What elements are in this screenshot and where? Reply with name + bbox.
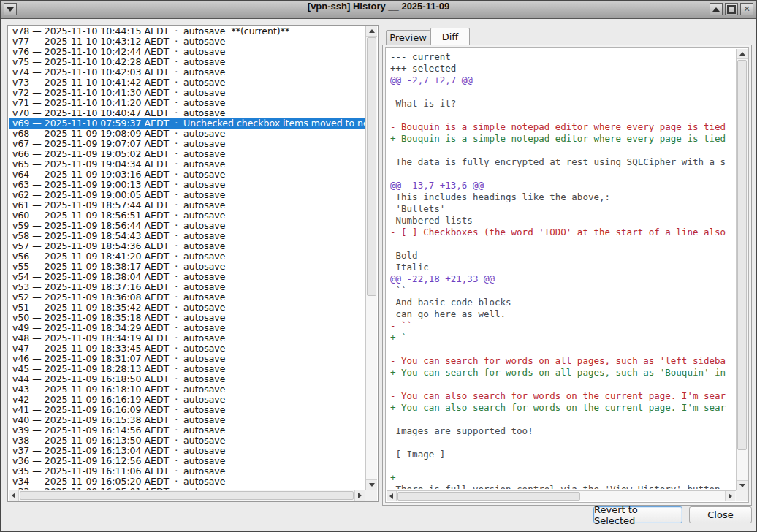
list-item[interactable]: v40 — 2025-11-09 16:15:38 AEDT · autosav… <box>9 415 365 425</box>
list-item[interactable]: v72 — 2025-11-10 10:41:30 AEDT · autosav… <box>9 88 365 98</box>
maximize-icon <box>727 5 736 14</box>
list-item[interactable]: v38 — 2025-11-09 16:13:50 AEDT · autosav… <box>9 436 365 446</box>
arrow-left-icon <box>389 493 393 499</box>
list-item[interactable]: v73 — 2025-11-10 10:41:42 AEDT · autosav… <box>9 77 365 88</box>
list-hscroll-thumb[interactable] <box>20 491 354 500</box>
list-scroll-right-button[interactable] <box>354 490 365 501</box>
diff-line: can go here as well. <box>390 308 734 320</box>
history-dialog-window: [vpn-ssh] History __ 2025-11-09 ✕ v78 — … <box>0 0 757 532</box>
diff-scroll-up-button[interactable] <box>737 49 748 59</box>
tab-diff[interactable]: Diff <box>430 28 470 45</box>
close-window-button[interactable]: ✕ <box>740 3 753 15</box>
list-item[interactable]: v36 — 2025-11-09 16:12:56 AEDT · autosav… <box>9 456 365 466</box>
close-button[interactable]: Close <box>689 506 752 523</box>
titlebar[interactable]: [vpn-ssh] History __ 2025-11-09 ✕ <box>1 1 756 19</box>
list-item[interactable]: v35 — 2025-11-09 16:11:06 AEDT · autosav… <box>9 466 365 476</box>
list-item[interactable]: v56 — 2025-11-09 18:41:20 AEDT · autosav… <box>9 251 365 262</box>
list-item[interactable]: v54 — 2025-11-09 18:38:04 AEDT · autosav… <box>9 272 365 282</box>
list-item[interactable]: v39 — 2025-11-09 16:14:56 AEDT · autosav… <box>9 425 365 436</box>
list-item[interactable]: v34 — 2025-11-09 16:05:20 AEDT · autosav… <box>9 476 365 487</box>
history-list-rows: v78 — 2025-11-10 10:44:15 AEDT · autosav… <box>9 26 365 490</box>
list-item[interactable]: v71 — 2025-11-10 10:41:20 AEDT · autosav… <box>9 98 365 108</box>
diff-line <box>390 110 734 121</box>
list-item[interactable]: v60 — 2025-11-09 18:56:51 AEDT · autosav… <box>9 210 365 221</box>
list-item[interactable]: v47 — 2025-11-09 18:33:45 AEDT · autosav… <box>9 343 365 354</box>
diff-scroll-down-button[interactable] <box>737 480 748 490</box>
diff-line: + You can also search for words on the c… <box>390 402 734 414</box>
list-scroll-up-button[interactable] <box>366 26 377 37</box>
arrow-right-icon <box>358 493 362 498</box>
list-item[interactable]: v42 — 2025-11-09 16:16:19 AEDT · autosav… <box>9 395 365 405</box>
maximize-button[interactable] <box>725 3 738 15</box>
list-item[interactable]: v69 — 2025-11-10 07:59:37 AEDT · Uncheck… <box>9 118 365 129</box>
diff-scroll-left-button[interactable] <box>387 491 397 501</box>
list-item[interactable]: v64 — 2025-11-09 19:03:16 AEDT · autosav… <box>9 170 365 180</box>
list-item[interactable]: v55 — 2025-11-09 18:38:17 AEDT · autosav… <box>9 262 365 272</box>
diff-line: --- current <box>390 51 734 63</box>
diff-line: What is it? <box>390 98 734 110</box>
list-vertical-scrollbar[interactable] <box>365 26 377 490</box>
diff-hscroll-thumb[interactable] <box>397 492 580 501</box>
arrow-down-icon <box>739 484 745 487</box>
list-item[interactable]: v70 — 2025-11-10 10:40:47 AEDT · autosav… <box>9 108 365 118</box>
revert-to-selected-button[interactable]: Revert to Selected <box>593 506 682 523</box>
tab-preview[interactable]: Preview <box>386 30 430 45</box>
list-item[interactable]: v51 — 2025-11-09 18:35:42 AEDT · autosav… <box>9 303 365 313</box>
diff-line: + Bouquin is a simple notepad editor whe… <box>390 133 734 145</box>
diff-line: - Bouquin is a simple notepad editor whe… <box>390 121 734 133</box>
list-item[interactable]: v59 — 2025-11-09 18:56:44 AEDT · autosav… <box>9 221 365 231</box>
diff-horizontal-scrollbar[interactable] <box>387 490 748 501</box>
list-item[interactable]: v37 — 2025-11-09 16:13:04 AEDT · autosav… <box>9 446 365 456</box>
list-item[interactable]: v76 — 2025-11-10 10:42:44 AEDT · autosav… <box>9 47 365 57</box>
close-button-label: Close <box>707 509 733 520</box>
list-scroll-down-button[interactable] <box>366 479 377 490</box>
diff-line: Bold <box>390 250 734 262</box>
list-item[interactable]: v52 — 2025-11-09 18:36:08 AEDT · autosav… <box>9 292 365 303</box>
diff-vscroll-thumb[interactable] <box>737 60 747 450</box>
diff-line: - You can also search for words on the c… <box>390 390 734 402</box>
list-item[interactable]: v75 — 2025-11-10 10:42:28 AEDT · autosav… <box>9 57 365 67</box>
list-item[interactable]: v58 — 2025-11-09 18:54:43 AEDT · autosav… <box>9 231 365 241</box>
diff-line <box>390 86 734 98</box>
window-title: [vpn-ssh] History __ 2025-11-09 <box>1 1 756 18</box>
list-item[interactable]: v44 — 2025-11-09 16:18:50 AEDT · autosav… <box>9 374 365 384</box>
scrollbar-corner <box>365 490 377 501</box>
list-item[interactable]: v78 — 2025-11-10 10:44:15 AEDT · autosav… <box>9 26 365 37</box>
list-item[interactable]: v41 — 2025-11-09 16:16:09 AEDT · autosav… <box>9 405 365 415</box>
diff-line: Italic <box>390 262 734 273</box>
list-item[interactable]: v66 — 2025-11-09 19:05:02 AEDT · autosav… <box>9 149 365 159</box>
arrow-left-icon <box>12 493 15 498</box>
list-item[interactable]: v74 — 2025-11-10 10:42:03 AEDT · autosav… <box>9 67 365 77</box>
list-item[interactable]: v65 — 2025-11-09 19:04:34 AEDT · autosav… <box>9 159 365 170</box>
diff-line: + ` <box>390 332 734 343</box>
list-item[interactable]: v50 — 2025-11-09 18:35:18 AEDT · autosav… <box>9 313 365 323</box>
list-item[interactable]: v67 — 2025-11-09 19:07:07 AEDT · autosav… <box>9 139 365 149</box>
list-item[interactable]: v49 — 2025-11-09 18:34:29 AEDT · autosav… <box>9 323 365 333</box>
list-item[interactable]: v62 — 2025-11-09 19:00:05 AEDT · autosav… <box>9 190 365 200</box>
diff-line: - [ ] Checkboxes (the word 'TODO' at the… <box>390 227 734 238</box>
diff-line <box>390 145 734 156</box>
shade-icon <box>712 7 720 12</box>
list-item[interactable]: v63 — 2025-11-09 19:00:13 AEDT · autosav… <box>9 180 365 190</box>
list-item[interactable]: v77 — 2025-11-10 10:43:12 AEDT · autosav… <box>9 37 365 47</box>
list-item[interactable]: v57 — 2025-11-09 18:54:36 AEDT · autosav… <box>9 241 365 251</box>
list-item[interactable]: v61 — 2025-11-09 18:57:44 AEDT · autosav… <box>9 200 365 210</box>
list-item[interactable]: v43 — 2025-11-09 16:18:10 AEDT · autosav… <box>9 384 365 395</box>
shade-button[interactable] <box>710 3 723 15</box>
diff-line <box>390 460 734 472</box>
diff-scroll-right-button[interactable] <box>725 491 735 501</box>
list-item[interactable]: v46 — 2025-11-09 18:31:07 AEDT · autosav… <box>9 354 365 364</box>
list-item[interactable]: v48 — 2025-11-09 18:34:19 AEDT · autosav… <box>9 333 365 343</box>
list-item[interactable]: v53 — 2025-11-09 18:37:16 AEDT · autosav… <box>9 282 365 292</box>
revert-button-label: Revert to Selected <box>594 504 682 526</box>
list-vscroll-thumb[interactable] <box>367 37 376 296</box>
list-item[interactable]: v45 — 2025-11-09 18:28:13 AEDT · autosav… <box>9 364 365 374</box>
diff-vertical-scrollbar[interactable] <box>736 49 748 490</box>
diff-line: @@ -22,18 +21,33 @@ <box>390 273 734 285</box>
diff-line: `` <box>390 285 734 297</box>
list-scroll-left-button[interactable] <box>9 490 19 501</box>
list-item[interactable]: v68 — 2025-11-09 19:08:09 AEDT · autosav… <box>9 129 365 139</box>
diff-line: @@ -13,7 +13,6 @@ <box>390 180 734 191</box>
list-horizontal-scrollbar[interactable] <box>9 490 377 501</box>
diff-line: + You can search for words on all pages,… <box>390 367 734 379</box>
